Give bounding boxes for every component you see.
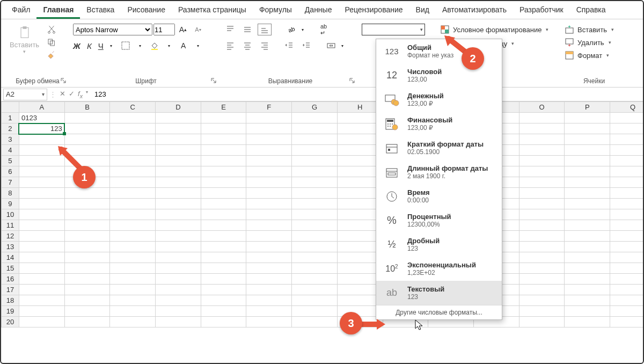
cell-A11[interactable] xyxy=(19,220,64,231)
cell-C10[interactable] xyxy=(110,209,156,220)
cell-P13[interactable] xyxy=(565,242,610,252)
cell-G17[interactable] xyxy=(292,285,338,295)
cell-O13[interactable] xyxy=(519,242,565,252)
row-header-7[interactable]: 7 xyxy=(2,177,19,188)
cell-O9[interactable] xyxy=(519,199,565,209)
cell-C2[interactable] xyxy=(110,123,156,134)
cell-O1[interactable] xyxy=(519,113,565,123)
cell-D2[interactable] xyxy=(156,123,201,134)
cell-E15[interactable] xyxy=(201,263,246,274)
cell-D19[interactable] xyxy=(156,306,201,317)
format-cells-button[interactable]: Формат▾ xyxy=(561,49,612,61)
font-size-input[interactable] xyxy=(153,24,175,35)
cell-O18[interactable] xyxy=(519,295,565,306)
row-header-20[interactable]: 20 xyxy=(2,317,19,327)
cell-G6[interactable] xyxy=(292,166,338,177)
cell-P10[interactable] xyxy=(565,209,610,220)
cell-D14[interactable] xyxy=(156,252,201,263)
cell-A12[interactable] xyxy=(19,231,64,242)
paste-button[interactable]: Вставить ▾ xyxy=(6,24,42,56)
cell-B17[interactable] xyxy=(64,285,110,295)
column-header-B[interactable]: B xyxy=(64,102,110,113)
wrap-text-button[interactable]: ab↵ xyxy=(317,24,331,35)
cell-G5[interactable] xyxy=(292,156,338,166)
cell-P19[interactable] xyxy=(565,306,610,317)
cell-C17[interactable] xyxy=(110,285,156,295)
cell-O19[interactable] xyxy=(519,306,565,317)
cell-D12[interactable] xyxy=(156,231,201,242)
cell-Q1[interactable] xyxy=(610,113,644,123)
cell-O20[interactable] xyxy=(519,317,565,327)
cell-Q9[interactable] xyxy=(610,199,644,209)
tab-рецензирование[interactable]: Рецензирование xyxy=(338,2,409,19)
tab-вид[interactable]: Вид xyxy=(409,2,436,19)
cell-O3[interactable] xyxy=(519,134,565,145)
format-option-Текстовый[interactable]: ab Текстовый123 xyxy=(376,281,502,305)
align-bottom-button[interactable] xyxy=(258,24,272,35)
cell-Q20[interactable] xyxy=(610,317,644,327)
dialog-launcher-icon[interactable] xyxy=(349,77,355,84)
cell-C4[interactable] xyxy=(110,145,156,156)
format-painter-button[interactable] xyxy=(45,49,58,61)
cell-C16[interactable] xyxy=(110,274,156,285)
formula-bar[interactable] xyxy=(91,89,643,100)
cell-A8[interactable] xyxy=(19,188,64,199)
cell-P6[interactable] xyxy=(565,166,610,177)
column-header-G[interactable]: G xyxy=(292,102,338,113)
cell-E14[interactable] xyxy=(201,252,246,263)
cell-F16[interactable] xyxy=(246,274,292,285)
cell-D15[interactable] xyxy=(156,263,201,274)
cell-F1[interactable] xyxy=(246,113,292,123)
cell-O7[interactable] xyxy=(519,177,565,188)
cell-F10[interactable] xyxy=(246,209,292,220)
cell-C20[interactable] xyxy=(110,317,156,327)
format-option-Финансовый[interactable]: Финансовый123,00 ₽ xyxy=(376,112,502,136)
cell-F8[interactable] xyxy=(246,188,292,199)
cell-O17[interactable] xyxy=(519,285,565,295)
cell-D20[interactable] xyxy=(156,317,201,327)
cell-O12[interactable] xyxy=(519,231,565,242)
cell-G14[interactable] xyxy=(292,252,338,263)
cell-G4[interactable] xyxy=(292,145,338,156)
italic-button[interactable]: К xyxy=(87,41,92,50)
column-header-D[interactable]: D xyxy=(156,102,201,113)
cell-A7[interactable] xyxy=(19,177,64,188)
cell-O15[interactable] xyxy=(519,263,565,274)
cell-C11[interactable] xyxy=(110,220,156,231)
cell-C7[interactable] xyxy=(110,177,156,188)
font-color-button[interactable]: А xyxy=(177,40,191,52)
cell-P14[interactable] xyxy=(565,252,610,263)
align-top-button[interactable] xyxy=(223,24,237,35)
cell-P9[interactable] xyxy=(565,199,610,209)
cell-B11[interactable] xyxy=(64,220,110,231)
cell-Q10[interactable] xyxy=(610,209,644,220)
merge-button[interactable] xyxy=(324,40,338,52)
cell-P4[interactable] xyxy=(565,145,610,156)
row-header-8[interactable]: 8 xyxy=(2,188,19,199)
cell-F13[interactable] xyxy=(246,242,292,252)
cell-G19[interactable] xyxy=(292,306,338,317)
increase-font-button[interactable]: A▴ xyxy=(176,24,190,35)
format-option-Процентный[interactable]: % Процентный12300,00% xyxy=(376,208,502,232)
cell-E13[interactable] xyxy=(201,242,246,252)
format-option-Числовой[interactable]: 12 Числовой123,00 xyxy=(376,63,502,88)
row-header-17[interactable]: 17 xyxy=(2,285,19,295)
cell-A10[interactable] xyxy=(19,209,64,220)
tab-разработчик[interactable]: Разработчик xyxy=(513,2,570,19)
fill-color-button[interactable] xyxy=(148,40,162,52)
cell-F4[interactable] xyxy=(246,145,292,156)
cell-C13[interactable] xyxy=(110,242,156,252)
cell-C6[interactable] xyxy=(110,166,156,177)
format-option-Краткий формат даты[interactable]: Краткий формат даты02.05.1900 xyxy=(376,136,502,160)
cell-A13[interactable] xyxy=(19,242,64,252)
cell-C1[interactable] xyxy=(110,113,156,123)
cell-G20[interactable] xyxy=(292,317,338,327)
cell-G7[interactable] xyxy=(292,177,338,188)
cell-C5[interactable] xyxy=(110,156,156,166)
row-header-3[interactable]: 3 xyxy=(2,134,19,145)
increase-indent-button[interactable] xyxy=(299,40,313,52)
cell-A16[interactable] xyxy=(19,274,64,285)
cell-Q8[interactable] xyxy=(610,188,644,199)
cell-O6[interactable] xyxy=(519,166,565,177)
cell-B13[interactable] xyxy=(64,242,110,252)
